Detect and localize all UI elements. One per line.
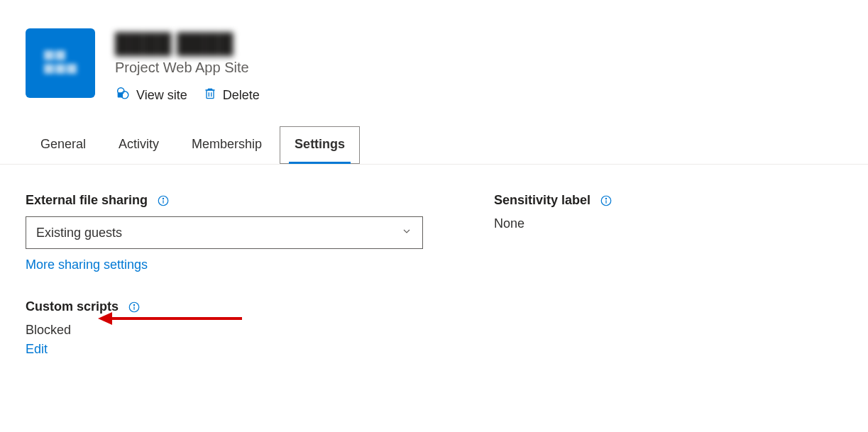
tab-general[interactable]: General bbox=[26, 126, 101, 164]
site-subtitle: Project Web App Site bbox=[115, 60, 260, 76]
svg-point-8 bbox=[133, 304, 134, 305]
external-sharing-selected: Existing guests bbox=[36, 226, 122, 240]
svg-text:S: S bbox=[119, 93, 121, 97]
view-site-label: View site bbox=[136, 88, 187, 103]
custom-scripts-status: Blocked bbox=[26, 323, 423, 338]
svg-point-6 bbox=[163, 198, 163, 199]
tab-settings[interactable]: Settings bbox=[280, 126, 360, 164]
site-title: ████ ████ bbox=[115, 33, 260, 55]
sensitivity-label-value: None bbox=[494, 216, 842, 231]
delete-label: Delete bbox=[223, 88, 260, 103]
chevron-down-icon bbox=[401, 226, 412, 240]
svg-point-12 bbox=[605, 198, 606, 199]
info-icon[interactable] bbox=[599, 194, 613, 208]
site-tile bbox=[26, 28, 95, 98]
tabs: General Activity Membership Settings bbox=[0, 126, 868, 165]
site-header: ████ ████ Project Web App Site S View si… bbox=[26, 28, 842, 105]
custom-scripts-edit-link[interactable]: Edit bbox=[26, 342, 423, 357]
info-icon[interactable] bbox=[156, 194, 170, 208]
sensitivity-label-section: Sensitivity label None bbox=[494, 193, 842, 231]
sensitivity-label-heading: Sensitivity label bbox=[494, 193, 590, 208]
svg-rect-4 bbox=[207, 90, 214, 99]
custom-scripts-section: Custom scripts Blocked Edit bbox=[26, 299, 423, 357]
view-site-link[interactable]: S View site bbox=[115, 86, 187, 105]
external-file-sharing-heading: External file sharing bbox=[26, 193, 148, 208]
external-sharing-dropdown[interactable]: Existing guests bbox=[26, 216, 423, 249]
sharepoint-icon: S bbox=[115, 86, 131, 105]
tab-activity[interactable]: Activity bbox=[104, 126, 174, 164]
info-icon[interactable] bbox=[127, 300, 141, 314]
more-sharing-settings-link[interactable]: More sharing settings bbox=[26, 257, 423, 272]
external-file-sharing-section: External file sharing Existing guests bbox=[26, 193, 423, 272]
trash-icon bbox=[203, 86, 217, 105]
delete-link[interactable]: Delete bbox=[203, 86, 260, 105]
tab-membership[interactable]: Membership bbox=[177, 126, 277, 164]
custom-scripts-heading: Custom scripts bbox=[26, 299, 119, 314]
